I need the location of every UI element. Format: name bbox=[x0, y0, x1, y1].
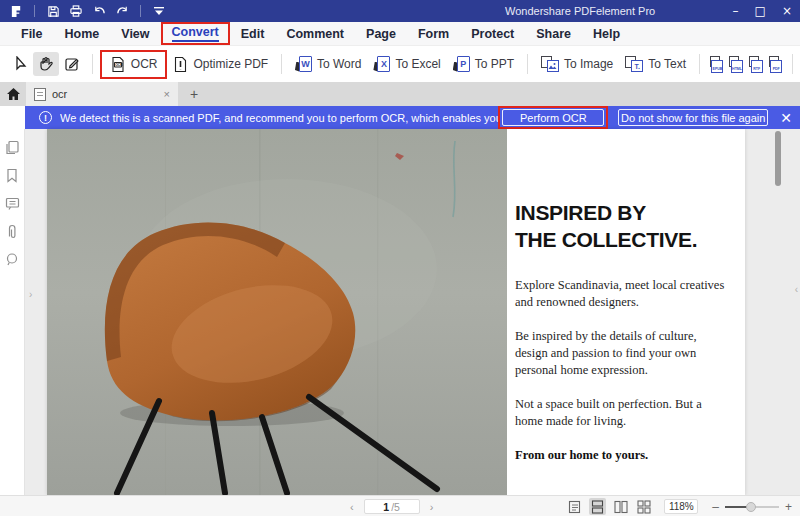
search-panel-icon[interactable] bbox=[4, 251, 20, 267]
text-doc-icon: T. bbox=[625, 56, 643, 72]
current-page: 1 bbox=[383, 501, 389, 513]
redo-icon[interactable] bbox=[114, 3, 130, 19]
home-tab-button[interactable] bbox=[0, 82, 26, 106]
menu-view[interactable]: View bbox=[110, 24, 160, 44]
pdf-page[interactable]: INSPIRED BY THE COLLECTIVE. Explore Scan… bbox=[47, 129, 745, 495]
next-page-icon[interactable]: › bbox=[430, 501, 434, 513]
status-bar: ‹ 1 /5 › 118% – + bbox=[0, 495, 800, 516]
tab-close-icon[interactable]: × bbox=[164, 88, 170, 100]
close-button[interactable]: × bbox=[782, 0, 792, 22]
comments-panel-icon[interactable] bbox=[4, 195, 20, 211]
notification-close-icon[interactable]: ✕ bbox=[780, 110, 792, 126]
print-icon[interactable] bbox=[68, 3, 84, 19]
zoom-level-value[interactable]: 118% bbox=[664, 499, 698, 514]
attachments-panel-icon[interactable] bbox=[4, 223, 20, 239]
view-and-zoom-tools: 118% – + bbox=[566, 496, 792, 516]
facing-pages-view-icon[interactable] bbox=[612, 498, 629, 515]
maximize-button[interactable]: □ bbox=[755, 0, 766, 22]
divider bbox=[699, 54, 700, 74]
select-tool-button[interactable] bbox=[8, 52, 33, 76]
divider bbox=[34, 5, 35, 17]
menu-protect[interactable]: Protect bbox=[460, 24, 525, 44]
to-pdf-button[interactable]: PDF bbox=[769, 56, 783, 73]
window-title: Wondershare PDFelement Pro bbox=[505, 0, 655, 22]
paragraph-3: Not a space built on perfection. But a h… bbox=[515, 396, 739, 430]
to-text-label: To Text bbox=[648, 57, 686, 71]
document-viewport: › bbox=[0, 129, 800, 495]
menu-form[interactable]: Form bbox=[407, 24, 460, 44]
optimize-pdf-button[interactable]: Optimize PDF bbox=[167, 52, 274, 77]
menu-help[interactable]: Help bbox=[582, 24, 631, 44]
to-image-button[interactable]: To Image bbox=[535, 52, 619, 76]
divider bbox=[527, 54, 528, 74]
left-panel-bar bbox=[0, 129, 25, 495]
menu-file[interactable]: File bbox=[10, 24, 54, 44]
edit-tool-button[interactable] bbox=[59, 52, 85, 76]
zoom-in-icon[interactable]: + bbox=[785, 500, 792, 514]
perform-ocr-button[interactable]: Perform OCR bbox=[502, 109, 604, 126]
pdfelement-window: Wondershare PDFelement Pro – □ × File Ho… bbox=[0, 0, 800, 516]
bookmarks-panel-icon[interactable] bbox=[4, 167, 20, 183]
undo-icon[interactable] bbox=[91, 3, 107, 19]
to-epub-button[interactable]: EPUB bbox=[710, 56, 724, 73]
menu-home[interactable]: Home bbox=[54, 24, 111, 44]
document-icon bbox=[34, 88, 46, 101]
tab-ocr[interactable]: ocr × bbox=[26, 82, 178, 106]
to-excel-button[interactable]: X To Excel bbox=[367, 52, 446, 77]
continuous-view-icon[interactable] bbox=[589, 498, 606, 515]
to-excel-label: To Excel bbox=[395, 57, 440, 71]
closing-line: From our home to yours. bbox=[515, 447, 739, 464]
notification-message: We detect this is a scanned PDF, and rec… bbox=[60, 112, 498, 124]
page-headline: INSPIRED BY THE COLLECTIVE. bbox=[515, 199, 739, 253]
ocr-annotation-box: OCR OCR bbox=[100, 50, 168, 79]
to-ppt-label: To PPT bbox=[475, 57, 514, 71]
menu-share[interactable]: Share bbox=[525, 24, 582, 44]
menu-page[interactable]: Page bbox=[355, 24, 407, 44]
expand-left-panel-icon[interactable]: › bbox=[29, 289, 32, 300]
zoom-out-icon[interactable]: – bbox=[712, 500, 719, 514]
page-number-box[interactable]: 1 /5 bbox=[364, 499, 420, 514]
divider bbox=[281, 54, 282, 74]
save-icon[interactable] bbox=[45, 3, 61, 19]
convert-toolbar: OCR OCR Optimize PDF W To Word X To Exce… bbox=[0, 46, 800, 82]
divider bbox=[92, 54, 93, 74]
to-word-button[interactable]: W To Word bbox=[289, 52, 367, 77]
customize-toolbar-icon[interactable] bbox=[151, 3, 167, 19]
total-pages: /5 bbox=[391, 501, 400, 513]
new-tab-button[interactable]: + bbox=[190, 86, 198, 102]
zoom-slider[interactable] bbox=[725, 502, 779, 512]
vertical-scrollbar-thumb[interactable] bbox=[775, 131, 781, 186]
menu-convert[interactable]: Convert bbox=[161, 22, 230, 45]
previous-page-icon[interactable]: ‹ bbox=[350, 501, 354, 513]
title-bar: Wondershare PDFelement Pro – □ × bbox=[0, 0, 800, 22]
menu-bar: File Home View Convert Edit Comment Page… bbox=[0, 22, 800, 46]
to-ppt-button[interactable]: P To PPT bbox=[447, 52, 520, 77]
zoom-slider-handle[interactable] bbox=[746, 502, 756, 512]
perform-ocr-annotation-box: Perform OCR bbox=[498, 106, 608, 129]
paragraph-1: Explore Scandinavia, meet local creative… bbox=[515, 277, 739, 311]
thumbnails-panel-icon[interactable] bbox=[4, 139, 20, 155]
svg-text:OCR: OCR bbox=[115, 63, 123, 67]
page-body-copy: Explore Scandinavia, meet local creative… bbox=[515, 277, 739, 464]
dismiss-notification-button[interactable]: Do not show for this file again bbox=[618, 109, 768, 126]
to-html-button[interactable]: HTML bbox=[729, 56, 743, 73]
to-text-button[interactable]: T. To Text bbox=[619, 52, 692, 76]
expand-right-panel-icon[interactable]: ‹ bbox=[795, 284, 798, 295]
single-page-view-icon[interactable] bbox=[566, 498, 583, 515]
minimize-button[interactable]: – bbox=[733, 0, 739, 22]
ocr-button[interactable]: OCR OCR bbox=[104, 52, 164, 77]
tab-bar: ocr × + bbox=[0, 82, 800, 106]
divider bbox=[140, 5, 141, 17]
to-word-label: To Word bbox=[317, 57, 361, 71]
menu-edit[interactable]: Edit bbox=[230, 24, 276, 44]
image-doc-icon bbox=[541, 56, 559, 72]
active-underline bbox=[172, 40, 219, 42]
optimize-pdf-label: Optimize PDF bbox=[193, 57, 268, 71]
grid-view-icon[interactable] bbox=[635, 498, 652, 515]
page-navigation: ‹ 1 /5 › bbox=[350, 496, 433, 516]
menu-comment[interactable]: Comment bbox=[275, 24, 355, 44]
to-rtf-button[interactable]: RTF bbox=[749, 56, 763, 73]
word-doc-icon: W bbox=[295, 56, 312, 73]
hand-tool-button[interactable] bbox=[33, 52, 59, 76]
chair-photo bbox=[47, 129, 507, 495]
